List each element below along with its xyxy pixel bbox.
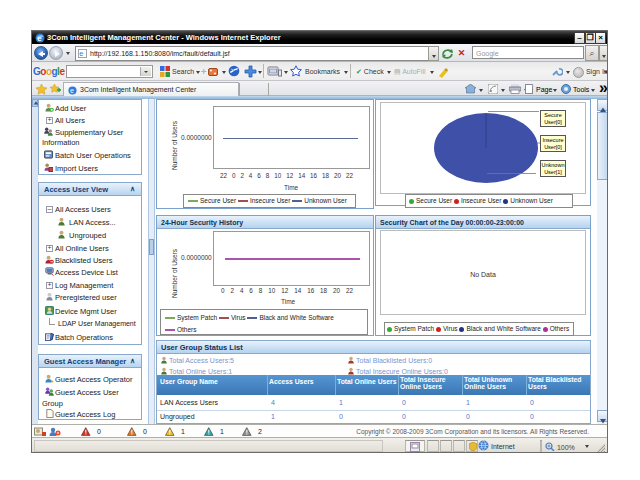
svg-text:e: e: [70, 86, 74, 95]
svg-text:e: e: [37, 34, 42, 43]
svg-text:e: e: [79, 49, 83, 58]
